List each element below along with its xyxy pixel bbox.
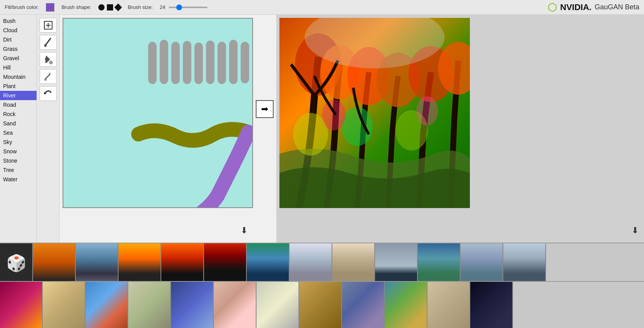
- sidebar-item-plant[interactable]: Plant: [0, 82, 37, 91]
- sidebar-item-sea[interactable]: Sea: [0, 128, 37, 137]
- fill-tool-button[interactable]: [40, 52, 57, 67]
- app-title: GauGAN Beta: [595, 3, 639, 11]
- eyedropper-icon: [44, 71, 53, 82]
- photo-thumb-row2-1[interactable]: [43, 282, 86, 328]
- generate-button[interactable]: ➡: [256, 100, 274, 118]
- photo-thumb-row2-2[interactable]: [86, 282, 128, 328]
- sidebar-item-tree[interactable]: Tree: [0, 165, 37, 175]
- sidebar-item-road[interactable]: Road: [0, 100, 37, 109]
- brush-color-swatch[interactable]: [46, 3, 54, 12]
- generated-art-svg: [279, 18, 470, 208]
- drawing-canvas[interactable]: [63, 18, 253, 208]
- sidebar-item-river[interactable]: River: [0, 91, 37, 100]
- photo-thumb-row2-9[interactable]: [385, 282, 428, 328]
- sidebar-item-gravel[interactable]: Gravel: [0, 54, 37, 63]
- fill-icon: [43, 54, 53, 65]
- photo-thumb-row1-5[interactable]: [247, 243, 290, 281]
- random-dice-icon: 🎲: [6, 253, 26, 272]
- main-area: BushCloudDirtGrassGravelHillMountainPlan…: [0, 15, 644, 243]
- new-canvas-icon: [43, 20, 53, 30]
- photo-row-1: 🎲: [0, 243, 644, 282]
- photo-thumb-row1-1[interactable]: [76, 243, 119, 281]
- sidebar-item-water[interactable]: Water: [0, 175, 37, 184]
- fill-brush-label: Fill/brush color:: [5, 4, 39, 10]
- svg-point-24: [342, 107, 373, 146]
- sidebar-item-sky[interactable]: Sky: [0, 137, 37, 147]
- brush-size-slider[interactable]: [169, 7, 208, 8]
- photo-thumb-row1-10[interactable]: [461, 243, 503, 281]
- bottom-area: 🎲: [0, 243, 644, 328]
- undo-icon: [43, 89, 53, 98]
- photo-thumb-row1-2[interactable]: [119, 243, 161, 281]
- brush-size-value: 24: [160, 4, 165, 10]
- svg-rect-11: [194, 42, 203, 84]
- sidebar-item-rock[interactable]: Rock: [0, 109, 37, 119]
- photo-thumb-row1-9[interactable]: [418, 243, 461, 281]
- photo-row-2: [0, 282, 644, 328]
- photo-thumb-row2-11[interactable]: [470, 282, 513, 328]
- photo-thumb-row1-4[interactable]: [204, 243, 247, 281]
- nvidia-logo-area: ⬡ NVIDIA. GauGAN Beta: [548, 1, 639, 14]
- photo-thumb-row2-8[interactable]: [342, 282, 385, 328]
- generated-image: [279, 18, 470, 208]
- photo-thumb-row2-0[interactable]: [0, 282, 43, 328]
- canvas-drawing-svg: [63, 19, 252, 207]
- generated-image-area: ⬇: [276, 15, 644, 243]
- sidebar-item-snow[interactable]: Snow: [0, 147, 37, 156]
- brush-size-label: Brush size:: [128, 4, 153, 10]
- svg-rect-8: [160, 40, 168, 84]
- brush-shape-label: Brush shape:: [61, 4, 91, 10]
- sidebar-item-hill[interactable]: Hill: [0, 63, 37, 72]
- photo-thumb-row1-7[interactable]: [332, 243, 375, 281]
- photo-thumb-row1-11[interactable]: [503, 243, 546, 281]
- canvas-section: ⬇: [59, 15, 253, 243]
- svg-point-4: [44, 44, 47, 47]
- photo-thumb-row1-3[interactable]: [161, 243, 204, 281]
- download-generated-button[interactable]: ⬇: [632, 226, 639, 236]
- sidebar-item-sand[interactable]: Sand: [0, 119, 37, 128]
- photo-thumb-row2-6[interactable]: [257, 282, 299, 328]
- sidebar-item-bush[interactable]: Bush: [0, 16, 37, 26]
- tool-panel: [37, 15, 59, 243]
- random-style-button[interactable]: 🎲: [0, 243, 33, 282]
- photo-thumb-row2-3[interactable]: [128, 282, 171, 328]
- download-canvas-button[interactable]: ⬇: [241, 226, 248, 236]
- brush-size-area: 24: [160, 4, 207, 10]
- sidebar-item-mountain[interactable]: Mountain: [0, 72, 37, 82]
- photo-thumb-row1-6[interactable]: [290, 243, 332, 281]
- photo-thumb-row1-0[interactable]: [33, 243, 76, 281]
- eyedropper-tool-button[interactable]: [40, 69, 57, 84]
- nvidia-wordmark: NVIDIA.: [560, 2, 592, 12]
- photo-thumb-row2-7[interactable]: [299, 282, 342, 328]
- svg-rect-10: [183, 41, 191, 84]
- brush-shapes: [98, 4, 121, 10]
- svg-rect-13: [218, 42, 226, 84]
- diamond-brush-icon[interactable]: [114, 3, 122, 11]
- sidebar-item-stone[interactable]: Stone: [0, 156, 37, 165]
- svg-point-6: [44, 78, 47, 81]
- generate-panel: ➡: [253, 15, 276, 243]
- nvidia-icon: ⬡: [548, 1, 557, 14]
- photo-thumb-row2-5[interactable]: [214, 282, 257, 328]
- photo-thumb-row2-4[interactable]: [171, 282, 214, 328]
- sidebar-item-dirt[interactable]: Dirt: [0, 35, 37, 44]
- svg-rect-12: [206, 41, 215, 84]
- svg-point-26: [322, 99, 346, 130]
- circle-brush-icon[interactable]: [98, 4, 105, 10]
- svg-line-3: [46, 38, 51, 45]
- brush-tool-button[interactable]: [40, 35, 57, 50]
- brush-icon: [44, 37, 53, 48]
- sidebar-item-cloud[interactable]: Cloud: [0, 26, 37, 35]
- undo-button[interactable]: [40, 86, 57, 101]
- generate-arrow-icon: ➡: [261, 104, 268, 114]
- label-list: BushCloudDirtGrassGravelHillMountainPlan…: [0, 15, 37, 243]
- toolbar: Fill/brush color: Brush shape: Brush siz…: [0, 0, 644, 15]
- photo-thumb-row2-10[interactable]: [428, 282, 470, 328]
- square-brush-icon[interactable]: [107, 4, 113, 10]
- svg-point-27: [416, 96, 438, 126]
- svg-rect-7: [148, 42, 157, 84]
- photo-thumb-row1-8[interactable]: [375, 243, 418, 281]
- svg-rect-9: [171, 42, 180, 84]
- sidebar-item-grass[interactable]: Grass: [0, 44, 37, 54]
- new-canvas-button[interactable]: [40, 18, 57, 33]
